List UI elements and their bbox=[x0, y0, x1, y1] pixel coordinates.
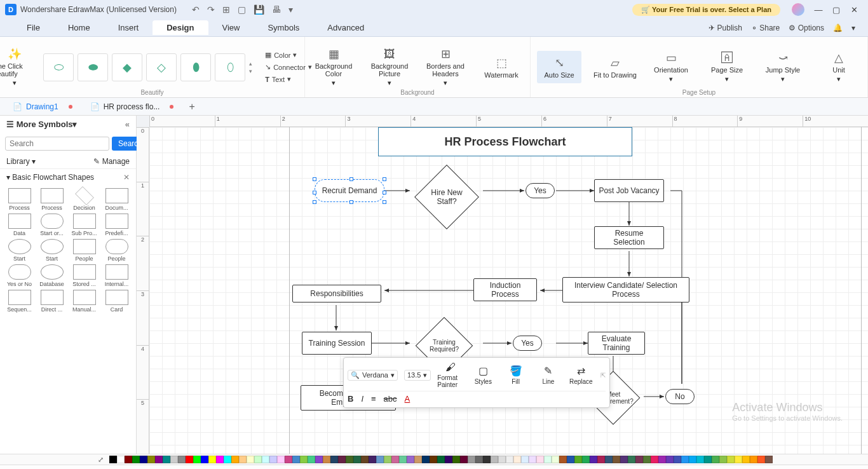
open-button[interactable]: ▢ bbox=[238, 4, 246, 15]
font-size-select[interactable]: 13.5 ▾ bbox=[404, 370, 431, 381]
color-swatch[interactable] bbox=[567, 456, 574, 463]
background-color-button[interactable]: ▦Background Color▾ bbox=[311, 47, 356, 87]
section-close-icon[interactable]: ✕ bbox=[123, 173, 130, 182]
color-swatch[interactable] bbox=[422, 456, 430, 463]
undo-button[interactable]: ↶ bbox=[192, 4, 200, 15]
color-swatch[interactable] bbox=[330, 456, 338, 463]
notifications-icon[interactable]: 🔔 bbox=[833, 24, 843, 32]
color-swatch[interactable] bbox=[140, 456, 147, 463]
shape-direct[interactable]: Direct ... bbox=[36, 290, 67, 313]
styles-button[interactable]: ▢Styles bbox=[470, 365, 496, 385]
color-swatch[interactable] bbox=[491, 456, 498, 463]
new-button[interactable]: ⊞ bbox=[222, 4, 230, 15]
color-swatch[interactable] bbox=[674, 456, 681, 463]
color-swatch[interactable] bbox=[369, 456, 376, 463]
color-swatch[interactable] bbox=[757, 456, 765, 463]
color-swatch[interactable] bbox=[269, 456, 277, 463]
minimize-button[interactable]: — bbox=[810, 5, 827, 15]
style-thumb-4[interactable]: ◇ bbox=[146, 53, 177, 81]
redo-button[interactable]: ↷ bbox=[207, 4, 215, 15]
color-swatch[interactable] bbox=[666, 456, 674, 463]
color-swatch[interactable] bbox=[696, 456, 704, 463]
one-click-beautify-button[interactable]: ✨ One Click Beautify ▾ bbox=[0, 47, 37, 87]
qat-more-button[interactable]: ▾ bbox=[288, 4, 293, 15]
menu-view[interactable]: View bbox=[208, 20, 254, 35]
color-swatch[interactable] bbox=[155, 456, 163, 463]
color-swatch[interactable] bbox=[445, 456, 452, 463]
more-symbols-label[interactable]: More Symbols bbox=[17, 119, 73, 129]
shape-people[interactable]: People bbox=[101, 239, 132, 262]
manage-button[interactable]: ✎ Manage bbox=[93, 157, 130, 166]
shape-internal[interactable]: Internal... bbox=[101, 264, 132, 287]
shape-sequen[interactable]: Sequen... bbox=[4, 290, 35, 313]
fill-button[interactable]: 🪣Fill bbox=[503, 365, 529, 385]
color-swatch[interactable] bbox=[346, 456, 353, 463]
color-swatch[interactable] bbox=[353, 456, 361, 463]
color-swatch[interactable] bbox=[300, 456, 308, 463]
node-hire-decision[interactable]: Hire New Staff? bbox=[414, 165, 479, 229]
fit-drawing-button[interactable]: ▱Fit to Drawing bbox=[593, 51, 637, 83]
color-swatch[interactable] bbox=[338, 456, 346, 463]
node-responsibilities[interactable]: Responsibilities bbox=[292, 285, 381, 302]
user-avatar[interactable] bbox=[792, 3, 804, 16]
color-swatch[interactable] bbox=[750, 456, 757, 463]
node-post-job[interactable]: Post Job Vacancy bbox=[594, 179, 664, 202]
node-induction[interactable]: Induction Process bbox=[473, 278, 537, 301]
node-recruit-demand[interactable]: Recruit Demand bbox=[315, 179, 384, 202]
color-swatch[interactable] bbox=[285, 456, 292, 463]
style-thumb-3[interactable]: ◆ bbox=[112, 53, 142, 81]
color-swatch[interactable] bbox=[437, 456, 445, 463]
color-swatch[interactable] bbox=[376, 456, 384, 463]
color-swatch[interactable] bbox=[544, 456, 552, 463]
line-button[interactable]: ✎Line bbox=[535, 365, 561, 385]
shape-predefi[interactable]: Predefi... bbox=[101, 214, 132, 236]
color-swatch[interactable] bbox=[277, 456, 285, 463]
page-size-button[interactable]: 🄰Page Size▾ bbox=[705, 51, 749, 83]
font-color-button[interactable]: A bbox=[405, 394, 410, 404]
color-swatch[interactable] bbox=[292, 456, 300, 463]
color-swatch[interactable] bbox=[391, 456, 399, 463]
color-swatch[interactable] bbox=[323, 456, 330, 463]
color-swatch[interactable] bbox=[483, 456, 491, 463]
color-swatch[interactable] bbox=[315, 456, 323, 463]
shape-yesorno[interactable]: Yes or No bbox=[4, 264, 35, 287]
unit-button[interactable]: △Unit▾ bbox=[817, 51, 861, 83]
section-toggle[interactable]: ▾ Basic Flowchart Shapes bbox=[6, 173, 94, 182]
color-swatch[interactable] bbox=[239, 456, 247, 463]
color-swatch[interactable] bbox=[765, 456, 773, 463]
color-swatch[interactable] bbox=[643, 456, 651, 463]
menu-insert[interactable]: Insert bbox=[104, 20, 153, 35]
color-swatch[interactable] bbox=[574, 456, 582, 463]
shape-start[interactable]: Start bbox=[4, 239, 35, 262]
strikethrough-button[interactable]: abc bbox=[384, 394, 397, 404]
color-swatch[interactable] bbox=[399, 456, 407, 463]
share-button[interactable]: ⚬ Share bbox=[751, 24, 780, 32]
color-swatch[interactable] bbox=[262, 456, 269, 463]
color-swatch[interactable] bbox=[125, 456, 132, 463]
color-swatch[interactable] bbox=[727, 456, 735, 463]
options-button[interactable]: ⚙ Options bbox=[789, 24, 824, 32]
color-swatch[interactable] bbox=[414, 456, 422, 463]
jump-style-button[interactable]: ⤻Jump Style▾ bbox=[761, 51, 805, 83]
color-swatch[interactable] bbox=[635, 456, 643, 463]
shape-startor[interactable]: Start or... bbox=[36, 214, 67, 236]
color-swatch[interactable] bbox=[475, 456, 483, 463]
color-swatch[interactable] bbox=[689, 456, 696, 463]
shape-card[interactable]: Card bbox=[101, 290, 132, 313]
node-yes2[interactable]: Yes bbox=[513, 336, 542, 351]
color-swatch[interactable] bbox=[208, 456, 216, 463]
save-button[interactable]: 💾 bbox=[254, 4, 264, 15]
maximize-button[interactable]: ▢ bbox=[827, 5, 845, 15]
trial-banner[interactable]: 🛒 Your Free Trial is over. Select a Plan bbox=[632, 4, 780, 16]
align-button[interactable]: ≡ bbox=[371, 394, 376, 404]
style-thumb-6[interactable]: ⬯ bbox=[215, 53, 245, 81]
color-swatch[interactable] bbox=[628, 456, 635, 463]
color-swatch[interactable] bbox=[452, 456, 460, 463]
format-painter-button[interactable]: 🖌Format Painter bbox=[437, 362, 463, 388]
menu-symbols[interactable]: Symbols bbox=[254, 20, 313, 35]
node-resume[interactable]: Resume Selection bbox=[594, 226, 664, 249]
color-swatch[interactable] bbox=[735, 456, 742, 463]
node-training-session[interactable]: Training Session bbox=[302, 332, 372, 355]
color-swatch[interactable] bbox=[613, 456, 620, 463]
shape-people[interactable]: People bbox=[69, 239, 100, 262]
